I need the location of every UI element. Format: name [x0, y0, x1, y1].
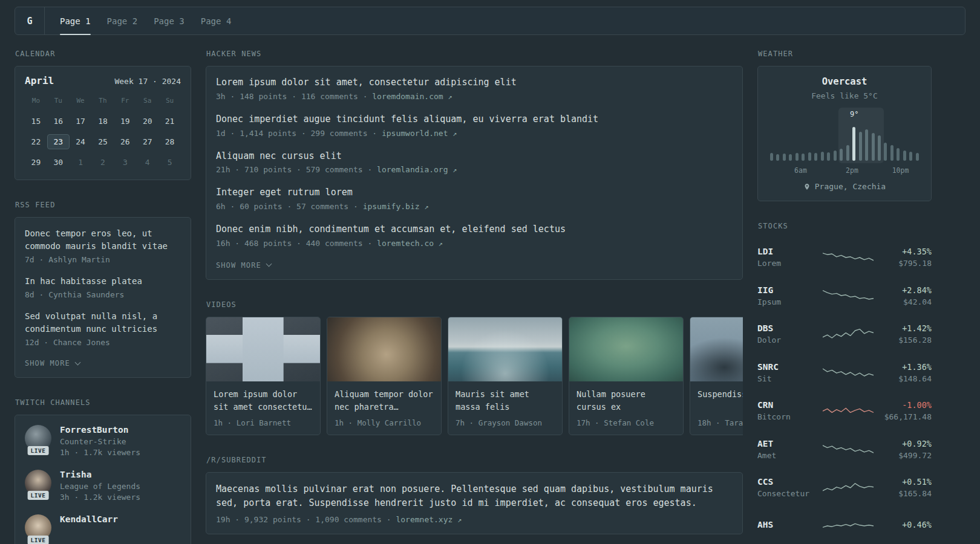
hackernews-show-more-button[interactable]: SHOW MORE: [216, 261, 271, 270]
hackernews-item-domain[interactable]: loremdomain.com: [372, 92, 443, 101]
stock-ticker[interactable]: AET: [757, 439, 773, 448]
video-thumbnail[interactable]: [690, 317, 743, 381]
weather-bar: [909, 152, 912, 161]
stock-row[interactable]: CRN Bitcorn -1.00% $66,171.48: [757, 392, 932, 430]
stock-ticker[interactable]: CCS: [757, 477, 773, 487]
twitch-game[interactable]: League of Legends: [60, 482, 140, 491]
stock-ticker[interactable]: LDI: [757, 247, 773, 256]
stock-price: $66,171.48: [878, 412, 932, 421]
video-card[interactable]: Aliquam tempor dolor nec pharetra… 1h · …: [327, 317, 442, 435]
video-meta: 18h · Tara: [697, 418, 743, 427]
hackernews-item-meta: 6h · 60 points · 57 comments · ipsumify.…: [216, 202, 733, 211]
rss-item: Sed volutpat nulla nisl, a condimentum n…: [25, 310, 181, 347]
calendar-day: 5: [158, 155, 181, 170]
video-thumbnail[interactable]: [448, 317, 562, 381]
stock-ticker[interactable]: SNRC: [757, 362, 779, 372]
hackernews-item-title[interactable]: Aliquam nec cursus elit: [216, 150, 733, 163]
rss-show-more-button[interactable]: SHOW MORE: [25, 359, 80, 368]
weather-time-label: 10pm: [892, 166, 909, 175]
stock-ticker[interactable]: IIG: [757, 285, 773, 295]
top-nav: G Page 1 Page 2 Page 3 Page 4: [15, 7, 965, 35]
video-thumbnail[interactable]: [327, 317, 441, 381]
rss-item-title[interactable]: Donec tempor eros leo, ut commodo mauris…: [25, 227, 181, 253]
video-thumbnail[interactable]: [206, 317, 320, 381]
hackernews-item-domain[interactable]: ipsumworld.net: [382, 129, 448, 138]
tab-page-4[interactable]: Page 4: [201, 7, 232, 34]
calendar-day: 16: [47, 114, 70, 129]
hackernews-item-stats: 16h · 468 points · 440 comments ·: [216, 239, 372, 248]
stock-row[interactable]: IIG Ipsum +2.84% $42.04: [757, 277, 932, 316]
video-card[interactable]: Mauris sit amet massa felis 7h · Grayson…: [448, 317, 563, 435]
tab-page-3[interactable]: Page 3: [154, 7, 185, 34]
stock-row[interactable]: AHS +0.46%: [757, 507, 932, 544]
calendar-day-header: Tu: [47, 95, 70, 108]
stock-ticker[interactable]: CRN: [757, 400, 773, 410]
hackernews-section-title: HACKER NEWS: [206, 50, 743, 58]
hackernews-item-title[interactable]: Lorem ipsum dolor sit amet, consectetur …: [216, 76, 733, 89]
stock-sparkline: [823, 517, 874, 535]
calendar-day: 30: [47, 155, 70, 170]
hackernews-item-domain[interactable]: ipsumify.biz: [363, 202, 420, 211]
stock-values: -1.00% $66,171.48: [878, 400, 932, 421]
hackernews-item-title[interactable]: Donec enim nibh, condimentum et accumsan…: [216, 223, 733, 236]
hackernews-item-domain[interactable]: loremtech.co: [377, 239, 434, 248]
twitch-channel-item[interactable]: LIVE Trisha League of Legends 3h · 1.2k …: [25, 470, 181, 502]
hackernews-item-title[interactable]: Integer eget rutrum lorem: [216, 186, 733, 199]
external-link-icon: ↗: [457, 516, 462, 524]
video-card[interactable]: Suspendisse diam 18h · Tara: [690, 317, 743, 435]
stock-row[interactable]: DBS Dolor +1.42% $156.28: [757, 315, 932, 354]
stock-change: +0.51%: [878, 477, 932, 487]
weather-time-labels: 6am 2pm 10pm: [769, 166, 920, 175]
twitch-channel-name[interactable]: ForrestBurton: [60, 425, 140, 435]
video-title[interactable]: Aliquam tempor dolor nec pharetra…: [335, 388, 434, 413]
chevron-down-icon: [266, 261, 272, 267]
stock-row[interactable]: AET Amet +0.92% $499.72: [757, 430, 932, 469]
stock-sparkline: [823, 479, 874, 497]
stock-values: +0.51% $165.84: [878, 477, 932, 498]
hackernews-item-title[interactable]: Donec imperdiet augue tincidunt felis al…: [216, 113, 733, 126]
video-meta: 1h · Lori Barnett: [214, 418, 313, 427]
weather-bar: [795, 153, 799, 161]
twitch-channel-name[interactable]: Trisha: [60, 470, 140, 479]
calendar-day-header: Mo: [25, 95, 47, 108]
subreddit-post-domain[interactable]: loremnet.xyz: [396, 515, 452, 524]
stock-row[interactable]: CCS Consectetur +0.51% $165.84: [757, 468, 932, 507]
stock-ticker[interactable]: AHS: [757, 520, 773, 529]
weather-location-label: Prague, Czechia: [815, 182, 886, 191]
twitch-game[interactable]: Counter-Strike: [60, 437, 140, 446]
tab-page-1[interactable]: Page 1: [60, 7, 91, 34]
subreddit-post-title[interactable]: Maecenas mollis pulvinar erat non posuer…: [216, 482, 733, 511]
video-title[interactable]: Mauris sit amet massa felis: [456, 388, 555, 413]
rss-item-title[interactable]: Sed volutpat nulla nisl, a condimentum n…: [25, 310, 181, 335]
video-thumbnail[interactable]: [569, 317, 683, 381]
hackernews-item-domain[interactable]: loremlandia.org: [377, 165, 448, 174]
live-badge: LIVE: [28, 536, 49, 544]
external-link-icon: ↗: [424, 202, 428, 211]
hackernews-widget: Lorem ipsum dolor sit amet, consectetur …: [206, 66, 743, 280]
twitch-widget: LIVE ForrestBurton Counter-Strike 1h · 1…: [15, 415, 191, 544]
hackernews-item-stats: 3h · 148 points · 116 comments ·: [216, 92, 367, 101]
stock-id: AET Amet: [757, 439, 818, 460]
weather-bar: [897, 148, 900, 161]
app-logo[interactable]: G: [15, 7, 44, 34]
subreddit-section: /R/SUBREDDIT Maecenas mollis pulvinar er…: [206, 456, 743, 535]
stock-name: Consectetur: [757, 489, 818, 498]
video-title[interactable]: Nullam posuere cursus ex: [577, 388, 676, 413]
stock-price: $156.28: [878, 335, 932, 345]
twitch-channel-item[interactable]: LIVE ForrestBurton Counter-Strike 1h · 1…: [25, 425, 181, 457]
twitch-channel-item[interactable]: LIVE KendallCarr: [25, 514, 181, 541]
twitch-channel-name[interactable]: KendallCarr: [60, 514, 118, 524]
video-title[interactable]: Suspendisse diam: [697, 388, 743, 413]
tab-page-2[interactable]: Page 2: [107, 7, 138, 34]
stock-ticker[interactable]: DBS: [757, 323, 773, 333]
stock-name: Dolor: [757, 335, 818, 345]
video-title[interactable]: Lorem ipsum dolor sit amet consectetu…: [214, 388, 313, 413]
rss-item-title[interactable]: In hac habitasse platea: [25, 275, 181, 288]
stock-change: +0.92%: [878, 439, 932, 448]
hackernews-item-stats: 21h · 710 points · 579 comments ·: [216, 165, 372, 174]
stock-row[interactable]: LDI Lorem +4.35% $795.18: [757, 238, 932, 277]
weather-section: WEATHER Overcast Feels like 5°C 9° 6am 2…: [757, 50, 932, 201]
stock-row[interactable]: SNRC Sit +1.36% $148.64: [757, 354, 932, 392]
video-card[interactable]: Lorem ipsum dolor sit amet consectetu… 1…: [206, 317, 321, 435]
video-card[interactable]: Nullam posuere cursus ex 17h · Stefan Co…: [569, 317, 684, 435]
